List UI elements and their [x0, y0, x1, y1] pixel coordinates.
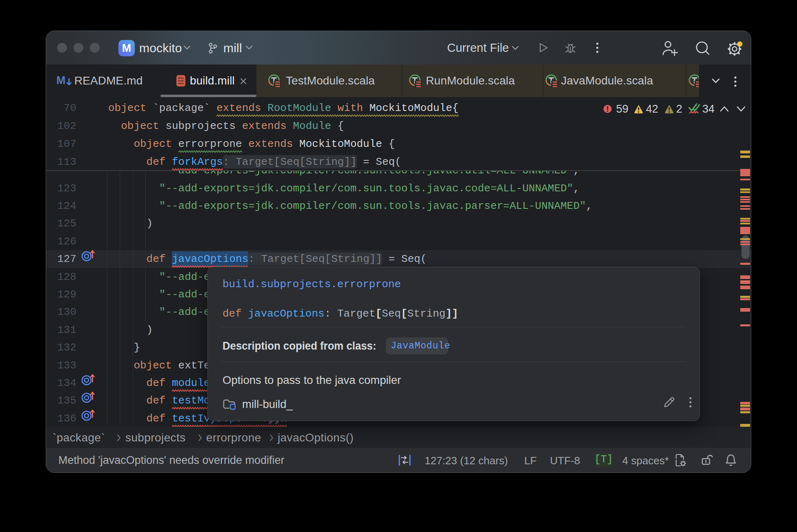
svg-text:M: M [56, 74, 66, 86]
svg-text:2: 2 [676, 103, 682, 115]
svg-text:42: 42 [646, 103, 658, 115]
svg-text:59: 59 [616, 103, 628, 115]
svg-text:34: 34 [702, 103, 715, 115]
